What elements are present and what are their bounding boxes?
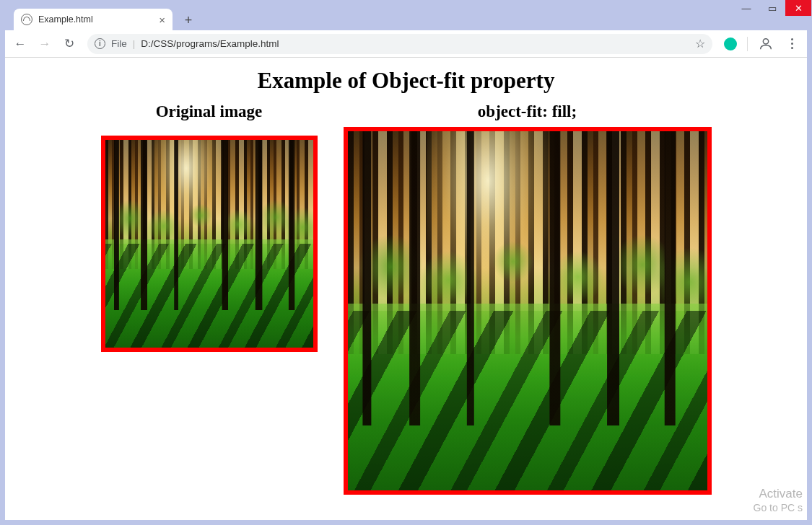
browser-toolbar: ← → ↻ i File | D:/CSS/programs/Example.h… xyxy=(5,30,807,58)
menu-button[interactable] xyxy=(781,38,803,49)
new-tab-button[interactable]: + xyxy=(178,10,198,30)
toolbar-separator xyxy=(747,37,748,51)
address-path: D:/CSS/programs/Example.html xyxy=(141,38,689,49)
page-content: Example of Object-fit property Original … xyxy=(5,58,807,520)
reload-button[interactable]: ↻ xyxy=(58,33,80,55)
close-tab-button[interactable]: × xyxy=(159,14,165,25)
extension-icon[interactable] xyxy=(724,38,737,50)
tab-title: Example.html xyxy=(38,14,153,25)
back-button[interactable]: ← xyxy=(9,33,31,55)
address-bar[interactable]: i File | D:/CSS/programs/Example.html ☆ xyxy=(87,34,712,54)
original-image-label: Original image xyxy=(156,102,263,121)
browser-tab[interactable]: Example.html × xyxy=(14,9,173,30)
address-separator: | xyxy=(133,38,136,49)
watermark-line2: Go to PC s xyxy=(754,502,803,515)
window-controls: — ▭ ✕ xyxy=(733,0,811,16)
profile-avatar-icon[interactable] xyxy=(756,35,775,53)
globe-icon xyxy=(21,14,32,25)
maximize-button[interactable]: ▭ xyxy=(759,0,785,16)
object-fit-fill-label: object-fit: fill; xyxy=(478,102,577,121)
forward-button[interactable]: → xyxy=(34,33,56,55)
page-heading: Example of Object-fit property xyxy=(19,68,793,94)
tab-strip: Example.html × + xyxy=(5,6,807,30)
svg-point-0 xyxy=(763,38,768,43)
original-image xyxy=(101,136,318,352)
close-window-button[interactable]: ✕ xyxy=(785,0,811,16)
info-icon[interactable]: i xyxy=(95,38,105,49)
object-fit-fill-image xyxy=(344,127,712,495)
address-scheme: File xyxy=(111,38,127,49)
bookmark-star-icon[interactable]: ☆ xyxy=(695,37,705,50)
minimize-button[interactable]: — xyxy=(733,0,759,16)
